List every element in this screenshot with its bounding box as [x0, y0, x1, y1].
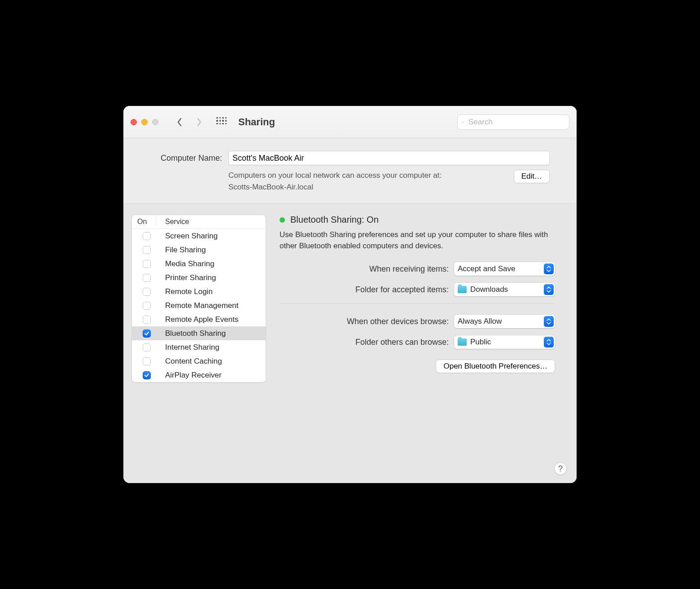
accepted-folder-popup[interactable]: Downloads — [454, 283, 555, 296]
checkbox-cell — [137, 302, 156, 310]
search-field[interactable] — [457, 114, 569, 130]
column-on-header: On — [137, 218, 156, 226]
window-controls — [131, 119, 158, 125]
service-checkbox[interactable] — [143, 316, 151, 324]
checkbox-cell — [137, 357, 156, 365]
status-title: Bluetooth Sharing: On — [290, 215, 379, 225]
popup-arrows-icon — [544, 284, 554, 295]
status-row: Bluetooth Sharing: On — [280, 215, 555, 225]
service-checkbox[interactable] — [143, 302, 151, 310]
service-row[interactable]: Remote Management — [132, 299, 266, 312]
service-label: Printer Sharing — [165, 273, 216, 282]
browse-folder-label: Folder others can browse: — [280, 338, 449, 347]
edit-button[interactable]: Edit… — [514, 170, 550, 183]
checkbox-cell — [137, 246, 156, 254]
service-label: Remote Apple Events — [165, 315, 238, 324]
close-icon[interactable] — [131, 119, 137, 125]
forward-button — [192, 115, 207, 129]
pane-title: Sharing — [238, 116, 275, 128]
service-row[interactable]: Content Caching — [132, 354, 266, 368]
computer-name-desc-line1: Computers on your local network can acce… — [228, 171, 442, 180]
service-checkbox[interactable] — [143, 232, 151, 240]
detail-description: Use Bluetooth Sharing preferences and se… — [280, 229, 555, 251]
open-bluetooth-preferences-button[interactable]: Open Bluetooth Preferences… — [436, 360, 555, 373]
folder-icon — [458, 338, 467, 346]
service-checkbox[interactable] — [143, 288, 151, 296]
check-icon — [144, 331, 149, 336]
receiving-label: When receiving items: — [280, 264, 449, 274]
grid-icon — [216, 117, 226, 127]
service-row[interactable]: File Sharing — [132, 243, 266, 257]
service-label: File Sharing — [165, 246, 206, 255]
accepted-folder-label: Folder for accepted items: — [280, 285, 449, 294]
folder-icon — [458, 286, 467, 293]
chevron-right-icon — [196, 118, 202, 127]
service-row[interactable]: Media Sharing — [132, 257, 266, 271]
search-icon — [462, 118, 464, 126]
service-row[interactable]: Remote Login — [132, 285, 266, 299]
service-label: Bluetooth Sharing — [165, 329, 226, 338]
chevron-left-icon — [176, 118, 183, 127]
column-service-header: Service — [165, 218, 189, 226]
titlebar: Sharing — [123, 106, 577, 138]
checkbox-cell — [137, 232, 156, 240]
browse-folder-popup[interactable]: Public — [454, 335, 555, 349]
service-label: Remote Management — [165, 301, 238, 310]
checkbox-cell — [137, 260, 156, 268]
popup-arrows-icon — [544, 264, 554, 274]
prefs-window: Sharing Computer Name: Computers on your… — [123, 106, 577, 483]
checkbox-cell — [137, 316, 156, 324]
service-label: Remote Login — [165, 287, 213, 296]
help-button[interactable]: ? — [554, 462, 567, 475]
service-label: Media Sharing — [165, 259, 214, 268]
divider — [280, 303, 555, 304]
accepted-folder-value: Downloads — [470, 285, 508, 294]
checkbox-cell — [137, 343, 156, 352]
computer-name-description: Computers on your local network can acce… — [228, 170, 508, 193]
detail-panel: Bluetooth Sharing: On Use Bluetooth Shar… — [280, 215, 569, 373]
service-row[interactable]: AirPlay Receiver — [132, 368, 266, 382]
status-indicator-icon — [280, 217, 285, 223]
search-input[interactable] — [468, 117, 564, 127]
checkbox-cell — [137, 274, 156, 282]
service-row[interactable]: Screen Sharing — [132, 229, 266, 243]
service-checkbox[interactable] — [143, 343, 151, 352]
service-row[interactable]: Internet Sharing — [132, 340, 266, 354]
service-label: Internet Sharing — [165, 343, 219, 352]
show-all-button[interactable] — [215, 116, 228, 128]
service-checkbox[interactable] — [143, 246, 151, 254]
popup-arrows-icon — [544, 337, 554, 347]
service-row[interactable]: Remote Apple Events — [132, 312, 266, 326]
browse-folder-value: Public — [470, 338, 491, 347]
service-checkbox[interactable] — [143, 274, 151, 282]
receiving-popup[interactable]: Accept and Save — [454, 262, 555, 276]
minimize-icon[interactable] — [141, 119, 148, 125]
service-row[interactable]: Bluetooth Sharing — [132, 326, 266, 340]
service-checkbox[interactable] — [143, 371, 151, 379]
computer-name-label: Computer Name: — [150, 154, 222, 163]
checkbox-cell — [137, 330, 156, 338]
checkbox-cell — [137, 288, 156, 296]
computer-name-desc-line2: Scotts-MacBook-Air.local — [228, 183, 313, 191]
service-label: Content Caching — [165, 357, 222, 366]
check-icon — [144, 373, 149, 378]
browse-label: When other devices browse: — [280, 317, 449, 326]
service-row[interactable]: Printer Sharing — [132, 271, 266, 285]
computer-name-input[interactable] — [228, 151, 550, 165]
service-list: On Service Screen SharingFile SharingMed… — [131, 215, 266, 382]
service-label: AirPlay Receiver — [165, 371, 222, 380]
service-label: Screen Sharing — [165, 232, 218, 241]
service-checkbox[interactable] — [143, 357, 151, 365]
service-checkbox[interactable] — [143, 260, 151, 268]
service-rows: Screen SharingFile SharingMedia SharingP… — [132, 229, 266, 382]
zoom-icon — [152, 119, 158, 125]
popup-arrows-icon — [544, 316, 554, 327]
browse-value: Always Allow — [458, 317, 502, 326]
service-checkbox[interactable] — [143, 330, 151, 338]
computer-name-section: Computer Name: Computers on your local n… — [123, 138, 577, 204]
back-button[interactable] — [172, 115, 187, 129]
receiving-value: Accept and Save — [458, 264, 516, 273]
checkbox-cell — [137, 371, 156, 379]
browse-popup[interactable]: Always Allow — [454, 315, 555, 328]
service-list-header: On Service — [132, 215, 266, 229]
